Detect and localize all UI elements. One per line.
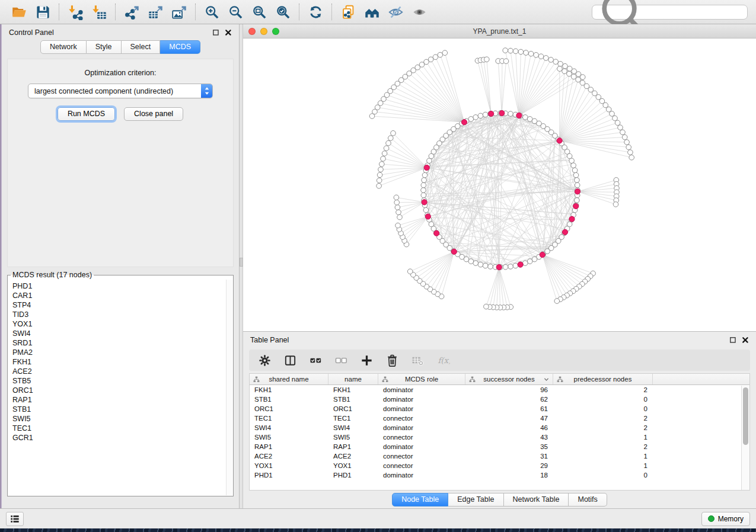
table-row[interactable]: STB1STB1dominator620 [250, 395, 749, 404]
column-header-name[interactable]: name [328, 374, 378, 384]
table-cell: dominator [378, 472, 465, 479]
scrollbar-thumb[interactable] [743, 387, 748, 445]
tab-network-table[interactable]: Network Table [504, 493, 569, 507]
zoom-in-button[interactable] [201, 2, 222, 22]
export-network-icon [124, 4, 140, 20]
run-mcds-button[interactable]: Run MCDS [58, 107, 115, 121]
mcds-result-item[interactable]: STB1 [12, 405, 225, 414]
zoom-out-button[interactable] [225, 2, 246, 22]
search-input[interactable] [651, 8, 743, 16]
column-header-predecessor-nodes[interactable]: predecessor nodes [553, 374, 653, 384]
search-box[interactable] [592, 5, 748, 20]
open-button[interactable] [8, 2, 30, 22]
table-row[interactable]: SWI4SWI4dominator462 [250, 423, 749, 432]
mcds-result-item[interactable]: PMA2 [12, 348, 225, 357]
table-cell: 43 [465, 434, 553, 441]
add-button[interactable] [358, 352, 375, 368]
result-scrollbar[interactable] [226, 280, 232, 495]
network-view[interactable] [243, 39, 756, 331]
table-row[interactable]: FKH1FKH1dominator962 [250, 385, 749, 395]
save-button[interactable] [32, 2, 53, 22]
tab-network[interactable]: Network [40, 40, 87, 54]
mcds-result-item[interactable]: TEC1 [12, 424, 225, 433]
mcds-result-item[interactable]: STB5 [12, 376, 225, 386]
desktop-wallpaper [0, 528, 756, 532]
memory-button[interactable]: Memory [701, 512, 750, 526]
import-network-button[interactable] [65, 2, 86, 22]
first-neighbors-button[interactable] [361, 2, 382, 22]
column-header-successor-nodes[interactable]: successor nodes [465, 374, 553, 384]
table-cell: 96 [465, 386, 553, 393]
panel-list-button[interactable] [6, 512, 24, 526]
trash-button[interactable] [384, 352, 400, 368]
column-header-MCDS-role[interactable]: MCDS role [378, 374, 465, 384]
table-row[interactable]: PHD1PHD1dominator180 [250, 470, 749, 480]
mcds-result-item[interactable]: SWI5 [12, 414, 225, 424]
tab-style[interactable]: Style [87, 40, 122, 54]
table-cell: 1 [553, 462, 653, 469]
table-cell: STB1 [250, 396, 328, 403]
zoom-selected-button[interactable] [272, 2, 294, 22]
table-cell: YOX1 [328, 462, 378, 469]
table-cell: ACE2 [328, 453, 378, 460]
table-row[interactable]: ACE2ACE2connector311 [250, 451, 749, 461]
mcds-result-item[interactable]: PHD1 [12, 281, 225, 291]
minimize-window-button[interactable] [260, 28, 267, 35]
function-button [435, 352, 451, 368]
tab-motifs[interactable]: Motifs [569, 493, 607, 507]
mcds-result-item[interactable]: CAR1 [12, 291, 225, 300]
zoom-fit-button[interactable] [248, 2, 270, 22]
tab-select[interactable]: Select [122, 40, 161, 54]
import-table-button[interactable] [88, 2, 110, 22]
mcds-result-item[interactable]: TID3 [12, 310, 225, 319]
tab-mcds[interactable]: MCDS [160, 40, 200, 54]
table-cell: 29 [465, 462, 553, 469]
mcds-result-item[interactable]: STP4 [12, 300, 225, 310]
export-image-button[interactable] [168, 2, 190, 22]
tab-edge-table[interactable]: Edge Table [448, 493, 503, 507]
mcds-result-item[interactable]: SWI4 [12, 329, 225, 338]
gear-button[interactable] [256, 352, 273, 368]
table-row[interactable]: SWI5SWI5connector431 [250, 432, 749, 442]
select-all-button[interactable] [307, 352, 324, 368]
dropdown-stepper-icon [201, 84, 212, 98]
mcds-result-item[interactable]: ORC1 [12, 386, 225, 395]
mcds-result-item[interactable]: GCR1 [12, 433, 225, 443]
zoom-window-button[interactable] [272, 28, 279, 35]
network-window: YPA_prune.txt_1 [243, 24, 756, 332]
table-row[interactable]: RAP1RAP1dominator352 [250, 442, 749, 451]
column-header-shared-name[interactable]: shared name [250, 374, 328, 384]
export-table-button[interactable] [145, 2, 166, 22]
hide-selected-button[interactable] [385, 2, 406, 22]
export-network-button[interactable] [121, 2, 142, 22]
mcds-result-item[interactable]: RAP1 [12, 395, 225, 405]
close-panel-icon[interactable] [225, 29, 232, 36]
close-window-button[interactable] [248, 28, 256, 35]
refresh-button[interactable] [305, 2, 326, 22]
float-panel-icon[interactable] [212, 29, 219, 36]
refresh-icon [308, 4, 324, 20]
tab-node-table[interactable]: Node Table [392, 493, 448, 507]
show-all-button[interactable] [409, 2, 430, 22]
table-cell: connector [378, 462, 465, 469]
table-panel-title: Table Panel [250, 336, 289, 344]
table-row[interactable]: ORC1ORC1dominator610 [250, 404, 749, 414]
mcds-result-item[interactable]: ACE2 [12, 367, 225, 376]
close-table-panel-icon[interactable] [742, 336, 749, 344]
table-row[interactable]: TEC1TEC1connector472 [250, 414, 749, 423]
mcds-result-item[interactable]: YOX1 [12, 319, 225, 329]
optimization-criterion-select[interactable]: largest connected component (undirected) [28, 84, 213, 98]
memory-label: Memory [718, 515, 744, 523]
table-cell: ORC1 [250, 405, 328, 412]
deselect-all-button[interactable] [333, 352, 349, 368]
mcds-result-item[interactable]: SRD1 [12, 338, 225, 348]
float-table-panel-icon[interactable] [729, 336, 736, 344]
table-row[interactable]: YOX1YOX1connector291 [250, 461, 749, 470]
network-snapshot-button[interactable] [337, 2, 359, 22]
close-panel-button[interactable]: Close panel [124, 107, 183, 121]
mcds-result-item[interactable]: FKH1 [12, 357, 225, 367]
network-snapshot-icon [340, 4, 356, 20]
table-scrollbar[interactable] [741, 386, 749, 490]
gear-icon [258, 354, 272, 367]
columns-button[interactable] [282, 352, 298, 368]
